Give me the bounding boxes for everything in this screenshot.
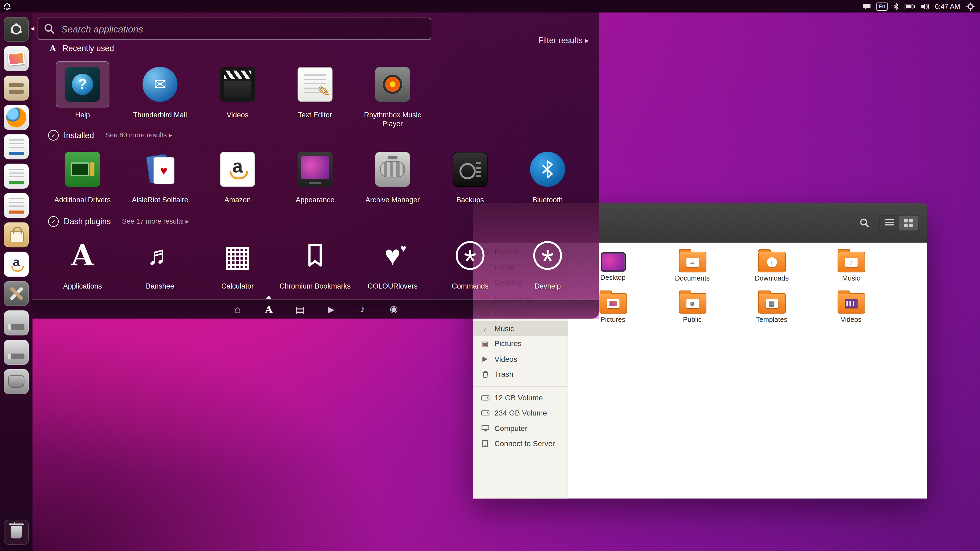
- sidebar-item-volume-12gb[interactable]: 12 GB Volume: [473, 390, 567, 405]
- sidebar-item-music[interactable]: ♪Music: [473, 321, 567, 336]
- music-icon: ♪: [481, 325, 490, 332]
- music-folder-icon: [837, 252, 865, 272]
- ubuntu-dash-icon: [10, 22, 23, 36]
- devhelp-icon: [530, 238, 565, 273]
- trash-icon: [481, 370, 490, 378]
- dash-app-videos[interactable]: Videos: [199, 61, 276, 129]
- lens-videos-icon[interactable]: [321, 300, 342, 318]
- trash-bin-icon: [11, 526, 22, 538]
- dash-app-amazon[interactable]: Amazon: [199, 146, 276, 205]
- dash-plugin-commands[interactable]: Commands: [431, 232, 509, 291]
- calculator-icon: [220, 238, 255, 273]
- templates-folder-icon: [758, 293, 785, 314]
- section-header-installed: Installed See 80 more results ▸: [48, 130, 172, 141]
- amazon-icon: [220, 152, 255, 187]
- dash-plugin-calculator[interactable]: Calculator: [199, 232, 276, 291]
- search-input[interactable]: [60, 23, 425, 35]
- lens-files-icon[interactable]: [290, 300, 311, 318]
- launcher-files[interactable]: [4, 76, 29, 101]
- see-more-installed[interactable]: See 80 more results ▸: [105, 131, 172, 140]
- launcher-device[interactable]: [4, 369, 29, 394]
- folder-templates[interactable]: Templates: [732, 291, 811, 328]
- folder-documents[interactable]: Documents: [652, 249, 732, 287]
- launcher-software-center[interactable]: [4, 222, 29, 247]
- launcher-firefox[interactable]: [4, 105, 29, 130]
- dash-app-appearance[interactable]: Appearance: [276, 146, 354, 205]
- volume-indicator[interactable]: [921, 3, 929, 10]
- dash-app-archive-manager[interactable]: Archive Manager: [354, 146, 431, 205]
- launcher-trash[interactable]: [4, 519, 29, 545]
- dash-app-help[interactable]: Help: [44, 61, 121, 129]
- bluetooth-indicator[interactable]: [893, 2, 899, 10]
- sidebar-separator: [473, 386, 567, 386]
- folder-downloads[interactable]: Downloads: [732, 249, 811, 287]
- see-more-plugins[interactable]: See 17 more results ▸: [122, 218, 189, 226]
- launcher-volume-1[interactable]: [4, 310, 29, 335]
- sidebar-item-trash[interactable]: Trash: [473, 367, 567, 382]
- folder-videos[interactable]: Videos: [811, 291, 891, 328]
- lens-home-icon[interactable]: [227, 300, 248, 318]
- dash-plugin-devhelp[interactable]: Devhelp: [509, 232, 586, 291]
- banshee-icon: [143, 238, 177, 273]
- lens-music-icon[interactable]: [352, 300, 373, 318]
- sidebar-item-pictures[interactable]: ▣Pictures: [473, 336, 567, 351]
- recently-used-row: Help Thunderbird Mail Videos Text Editor…: [44, 61, 431, 129]
- dash-plugin-applications[interactable]: Applications: [44, 232, 121, 291]
- list-view-button[interactable]: [880, 215, 899, 230]
- dash-app-rhythmbox[interactable]: Rhythmbox Music Player: [354, 61, 431, 129]
- installed-row: Additional Drivers AisleRiot Solitaire A…: [44, 146, 586, 205]
- thunderbird-icon: [143, 67, 177, 102]
- sidebar-item-connect-to-server[interactable]: Connect to Server: [473, 436, 567, 451]
- messages-indicator[interactable]: [863, 3, 871, 10]
- lens-photos-icon[interactable]: [383, 300, 405, 318]
- dash-plugin-banshee[interactable]: Banshee: [121, 232, 199, 291]
- dash-app-backups[interactable]: Backups: [431, 146, 509, 205]
- launcher-amazon[interactable]: [4, 252, 29, 277]
- folder-grid: Desktop Documents Downloads Music Pictur…: [568, 243, 927, 499]
- sidebar-item-volume-234gb[interactable]: 234 GB Volume: [473, 405, 567, 421]
- launcher-volume-2[interactable]: [4, 340, 29, 365]
- grid-view-button[interactable]: [899, 215, 918, 230]
- panel-indicators: En 6:47 AM: [863, 2, 980, 11]
- dash-app-additional-drivers[interactable]: Additional Drivers: [44, 146, 121, 205]
- ubuntu-logo[interactable]: [2, 2, 12, 11]
- installed-icon: [48, 130, 59, 141]
- dash-app-thunderbird[interactable]: Thunderbird Mail: [121, 61, 199, 129]
- battery-indicator[interactable]: [904, 3, 915, 9]
- pictures-folder-icon: [599, 293, 627, 314]
- folder-public[interactable]: Public: [652, 291, 732, 328]
- top-panel: En 6:47 AM: [0, 0, 980, 13]
- search-icon: [44, 23, 55, 34]
- clock[interactable]: 6:47 AM: [935, 2, 960, 10]
- launcher-image-viewer[interactable]: [4, 46, 29, 71]
- folder-music[interactable]: Music: [811, 249, 891, 287]
- filter-results-link[interactable]: Filter results ▸: [538, 36, 589, 45]
- sidebar-item-computer[interactable]: Computer: [473, 421, 567, 436]
- applications-lens-icon: [65, 238, 100, 273]
- desktop: Recent ⌂Home Desktop Documents Downloads…: [0, 0, 980, 551]
- dash-app-text-editor[interactable]: Text Editor: [276, 61, 354, 129]
- launcher-dash-home[interactable]: [4, 17, 29, 42]
- dash-app-aisleriot[interactable]: AisleRiot Solitaire: [121, 146, 199, 205]
- launcher: [0, 13, 32, 551]
- sidebar-item-videos[interactable]: ▶Videos: [473, 351, 567, 367]
- lens-selected-caret: [266, 295, 272, 299]
- unity-dash: Filter results ▸ Recently used Help Thun…: [32, 13, 599, 319]
- dash-app-bluetooth[interactable]: Bluetooth: [509, 146, 586, 205]
- firefox-icon: [6, 108, 26, 127]
- launcher-libreoffice-calc[interactable]: [4, 164, 29, 189]
- search-button[interactable]: [856, 214, 873, 231]
- launcher-system-settings[interactable]: [4, 281, 29, 306]
- pictures-icon: ▣: [481, 340, 490, 348]
- dash-plugin-colourlovers[interactable]: COLOURlovers: [354, 232, 431, 291]
- keyboard-indicator[interactable]: En: [877, 2, 887, 10]
- launcher-libreoffice-writer[interactable]: [4, 135, 29, 159]
- lens-applications-icon[interactable]: [258, 300, 279, 318]
- launcher-libreoffice-impress[interactable]: [4, 193, 29, 218]
- text-editor-icon: [298, 67, 332, 102]
- dash-plugin-chromium-bookmarks[interactable]: Chromium Bookmarks: [276, 232, 354, 291]
- server-icon: [481, 440, 490, 448]
- bookmark-icon: [298, 238, 332, 273]
- bluetooth-icon: [893, 2, 899, 10]
- session-indicator[interactable]: [966, 2, 975, 11]
